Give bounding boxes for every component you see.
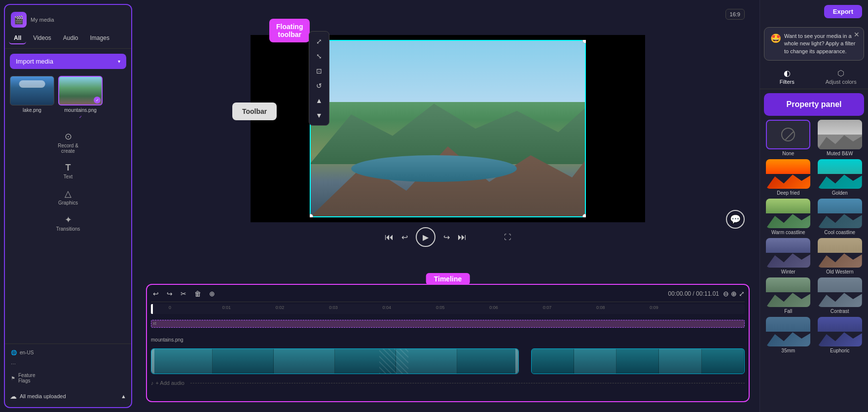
sidebar-nav-transitions[interactable]: ✦ Transitions [7, 210, 129, 236]
export-button[interactable]: Export [824, 5, 862, 18]
sidebar-feature-flags[interactable]: ⚑ FeatureFlags [9, 371, 127, 385]
sidebar-title: My media [31, 17, 54, 23]
filter-fall[interactable]: Fall [764, 277, 813, 314]
undo-button[interactable]: ↩ [151, 289, 161, 299]
filter-old-western[interactable]: Old Western [816, 238, 865, 275]
tab-filters[interactable]: ◐ Filters [760, 65, 814, 89]
filter-none-label: None [782, 151, 794, 156]
zoom-out-button[interactable]: ⊖ [723, 290, 729, 298]
timeline-zoom-controls: ⊖ ⊕ ⤢ [723, 290, 745, 298]
media-thumb-lake [10, 76, 54, 105]
filter-muted-bw[interactable]: Muted B&W [816, 120, 865, 156]
sidebar-nav-graphics[interactable]: △ Graphics [7, 184, 129, 209]
sidebar-bottom: 🌐 en-US ⋯ ⚑ FeatureFlags [5, 343, 131, 389]
video-segment-2[interactable] [531, 348, 745, 374]
tab-videos[interactable]: Videos [28, 33, 56, 44]
float-tool-flip-v[interactable]: ▲ [311, 94, 327, 107]
video-segment-1[interactable] [151, 348, 519, 374]
fullscreen-button[interactable]: ⛶ [504, 233, 511, 241]
add-audio-row[interactable]: ♪ + Add audio [151, 376, 745, 390]
filter-contrast[interactable]: Contrast [816, 277, 865, 314]
sidebar: 🎬 My media All Videos Audio Images Impor… [4, 4, 132, 408]
sidebar-nav-text[interactable]: T Text [7, 159, 129, 183]
filters-section: None Muted B&W [760, 120, 868, 412]
float-tool-flip-h[interactable]: ▼ [311, 108, 327, 122]
tooltip-emoji: 🤩 [770, 33, 781, 45]
tooltip-close-button[interactable]: ✕ [854, 31, 860, 38]
timeline-time-display: 00:00.00 / 00:11.01 ⊖ ⊕ ⤢ [668, 290, 745, 298]
float-tool-resize[interactable]: ⤢ [311, 34, 327, 48]
filter-cool-coastline[interactable]: Cool coastline [816, 199, 865, 235]
graphics-icon: △ [65, 188, 72, 199]
filters-icon: ◐ [784, 69, 791, 78]
floating-toolbar: ⤢ ⤡ ⊡ ↺ ▲ ▼ [309, 31, 329, 126]
track-thumbnails [151, 349, 518, 374]
skip-back-button[interactable]: ⏮ [385, 232, 394, 242]
filter-winter[interactable]: Winter [764, 238, 813, 275]
chevron-up-icon: ▲ [121, 393, 126, 399]
sidebar-nav-record[interactable]: ⊙ Record &create [7, 127, 129, 158]
video-preview-image [310, 40, 586, 217]
tab-images[interactable]: Images [85, 33, 114, 44]
float-tool-rotate[interactable]: ↺ [311, 79, 327, 93]
redo-button[interactable]: ↪ [165, 289, 175, 299]
zoom-fit-button[interactable]: ⤢ [739, 290, 745, 298]
handle-top-right[interactable] [582, 40, 586, 43]
main-content: Floatingtoolbar Toolbar 16:9 ⤢ ⤡ ⊡ ↺ ▲ ▼ [136, 0, 760, 412]
filter-euphoric-label: Euphoric [830, 348, 849, 353]
aspect-ratio-button[interactable]: 16:9 [725, 9, 745, 20]
media-uploaded-status: ☁ All media uploaded ▲ [5, 389, 131, 403]
track-handle-left[interactable] [151, 349, 154, 374]
play-button[interactable]: ▶ [416, 227, 435, 247]
zoom-in-button[interactable]: ⊕ [731, 290, 737, 298]
filter-muted-bw-label: Muted B&W [827, 151, 853, 156]
right-panel: Export ✕ 🤩 Want to see your media in a w… [760, 0, 868, 412]
adjust-colors-icon: ⬡ [837, 69, 844, 78]
text-track[interactable] [151, 320, 745, 328]
playback-controls: ⏮ ↩ ▶ ↪ ⏭ ⛶ [385, 222, 511, 252]
float-tool-crop[interactable]: ⤡ [311, 49, 327, 63]
add-to-timeline-button[interactable]: ⊕ [207, 289, 217, 299]
filter-old-western-label: Old Western [826, 269, 853, 275]
tooltip-text: Want to see your media in a whole new li… [784, 33, 858, 55]
timeline-label: Timeline [426, 273, 470, 285]
preview-area: Floatingtoolbar Toolbar 16:9 ⤢ ⤡ ⊡ ↺ ▲ ▼ [136, 4, 760, 278]
tooltip-box: ✕ 🤩 Want to see your media in a whole ne… [764, 27, 864, 61]
media-tabs: All Videos Audio Images [5, 33, 131, 49]
timeline-wrapper: Timeline ↩ ↪ ✂ 🗑 ⊕ 00:00.00 / 00:11.01 ⊖… [141, 281, 755, 405]
cut-button[interactable]: ✂ [179, 289, 188, 299]
tab-all[interactable]: All [9, 33, 26, 44]
sidebar-more[interactable]: ⋯ [9, 359, 127, 369]
track-handle-right[interactable] [515, 349, 518, 374]
record-icon: ⊙ [65, 131, 72, 142]
skip-forward-button[interactable]: ⏭ [458, 232, 467, 242]
handle-bottom-right[interactable] [582, 214, 586, 217]
chat-icon[interactable]: 💬 [726, 210, 745, 229]
media-label-lake: lake.png [23, 107, 41, 113]
filter-deep-fried[interactable]: Deep fried [764, 159, 813, 196]
language-icon: 🌐 [11, 350, 17, 355]
handle-bottom-left[interactable] [310, 214, 313, 217]
more-icon: ⋯ [11, 361, 16, 367]
panel-tabs: ◐ Filters ⬡ Adjust colors [760, 65, 868, 89]
tab-adjust-colors[interactable]: ⬡ Adjust colors [814, 65, 868, 89]
logo-icon: 🎬 [11, 12, 27, 28]
selected-check-icon: ✓ [94, 97, 101, 103]
media-item-lake[interactable]: lake.png [10, 76, 54, 119]
delete-button[interactable]: 🗑 [192, 289, 203, 299]
video-track-row: mountains.png [151, 333, 745, 346]
filter-contrast-label: Contrast [831, 309, 849, 314]
filter-none[interactable]: None [764, 120, 813, 156]
rewind-button[interactable]: ↩ [401, 233, 408, 242]
media-item-mountains[interactable]: ✓ mountains.png ✓ [58, 76, 103, 119]
striped-area [379, 349, 409, 374]
filter-euphoric[interactable]: Euphoric [816, 317, 865, 353]
sidebar-language[interactable]: 🌐 en-US [9, 348, 127, 357]
forward-button[interactable]: ↪ [443, 233, 450, 242]
import-media-button[interactable]: Import media ▾ [10, 54, 126, 69]
filter-warm-coastline[interactable]: Warm coastline [764, 199, 813, 235]
tab-audio[interactable]: Audio [58, 33, 83, 44]
filter-golden[interactable]: Golden [816, 159, 865, 196]
filter-35mm[interactable]: 35mm [764, 317, 813, 353]
float-tool-fit[interactable]: ⊡ [311, 64, 327, 78]
